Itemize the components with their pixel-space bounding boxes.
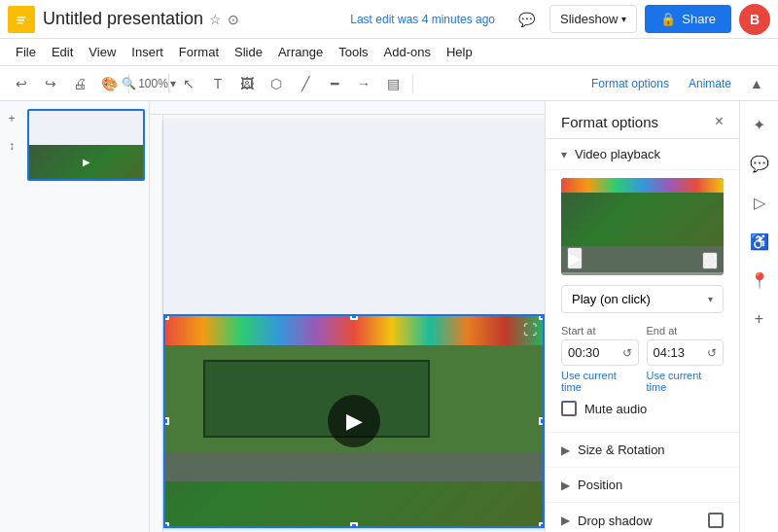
menu-addons[interactable]: Add-ons xyxy=(376,42,439,62)
menu-arrange[interactable]: Arrange xyxy=(270,42,331,62)
image-button[interactable]: 🖼 xyxy=(233,70,261,97)
print-button[interactable]: 🖨 xyxy=(66,70,93,97)
size-rotation-section[interactable]: ▶ Size & Rotation xyxy=(546,432,739,467)
ruler-top xyxy=(150,101,545,115)
left-panel-icon-1[interactable]: + xyxy=(2,109,21,128)
handle-middle-right[interactable] xyxy=(539,417,545,425)
menu-edit[interactable]: Edit xyxy=(44,42,81,62)
handle-top-middle[interactable] xyxy=(350,314,358,320)
drop-shadow-checkbox[interactable] xyxy=(708,513,724,528)
undo-button[interactable]: ↩ xyxy=(8,70,35,97)
menu-insert[interactable]: Insert xyxy=(124,42,171,62)
handle-top-right[interactable] xyxy=(539,314,545,320)
toolbar: ↩ ↪ 🖨 🎨 🔍 100% ▾ ↖ T 🖼 ⬡ ╱ ━ → ▤ Format … xyxy=(0,66,778,101)
slides-panel: ▶ xyxy=(23,101,150,532)
format-panel-title: Format options xyxy=(561,114,658,130)
animate-button[interactable]: Animate xyxy=(681,70,739,97)
preview-bg xyxy=(561,178,724,246)
line-start-button[interactable]: → xyxy=(350,70,377,97)
start-at-input-container: ↺ xyxy=(561,339,639,366)
menu-slide[interactable]: Slide xyxy=(227,42,270,62)
zoom-select[interactable]: 🔍 100% ▾ xyxy=(135,70,162,97)
left-icons-panel: + ↕ xyxy=(0,101,23,532)
zoom-value: 100% xyxy=(138,77,168,90)
toolbar-sep-3 xyxy=(412,74,413,93)
mute-checkbox[interactable] xyxy=(561,401,577,416)
preview-play-button[interactable]: ▶ xyxy=(567,247,583,269)
ruler-left xyxy=(150,115,163,532)
menu-file[interactable]: File xyxy=(8,42,44,62)
menu-format[interactable]: Format xyxy=(171,42,227,62)
line-button[interactable]: ╱ xyxy=(292,70,319,97)
handle-bottom-left[interactable] xyxy=(163,522,169,528)
size-rotation-chevron: ▶ xyxy=(561,443,570,457)
redo-button[interactable]: ↪ xyxy=(37,70,64,97)
assistant-icon-button[interactable]: ✦ xyxy=(744,109,775,140)
position-chevron: ▶ xyxy=(561,479,570,492)
use-current-end[interactable]: Use current time xyxy=(647,370,725,393)
drop-shadow-label: Drop shadow xyxy=(578,514,653,528)
drop-shadow-section[interactable]: ▶ Drop shadow xyxy=(546,502,739,532)
use-current-start[interactable]: Use current time xyxy=(561,370,639,393)
select-button[interactable]: ↖ xyxy=(175,70,202,97)
video-playback-section-header[interactable]: ▾ Video playback xyxy=(546,139,739,170)
menu-tools[interactable]: Tools xyxy=(331,42,375,62)
shapes-button[interactable]: ⬡ xyxy=(263,70,290,97)
format-options-button[interactable]: Format options xyxy=(584,70,677,97)
avatar[interactable]: B xyxy=(739,4,770,35)
svg-rect-1 xyxy=(18,17,26,18)
play-mode-label: Play (on click) xyxy=(572,292,651,306)
line-style-button[interactable]: ━ xyxy=(321,70,348,97)
add-panel-button[interactable]: + xyxy=(744,303,775,335)
video-playback-content: ▶ ⛶ Play (on click) ▾ Start at ↺ xyxy=(546,170,739,432)
star-icon[interactable]: ☆ xyxy=(209,12,222,27)
handle-bottom-middle[interactable] xyxy=(350,522,358,528)
play-mode-dropdown[interactable]: Play (on click) ▾ xyxy=(561,285,724,313)
present-label: Slideshow xyxy=(560,12,618,26)
position-section[interactable]: ▶ Position xyxy=(546,467,739,502)
end-refresh-icon[interactable]: ↺ xyxy=(707,346,717,360)
toolbar-sep-2 xyxy=(168,74,169,93)
share-label: Share xyxy=(682,12,716,26)
left-panel-icon-2[interactable]: ↕ xyxy=(2,136,21,156)
preview-fullscreen-button[interactable]: ⛶ xyxy=(702,252,718,269)
menu-view[interactable]: View xyxy=(81,42,124,62)
thumb-video-area: ▶ xyxy=(29,145,143,179)
comments-button[interactable]: 💬 xyxy=(511,4,542,35)
mute-row: Mute audio xyxy=(561,393,724,424)
end-at-input[interactable] xyxy=(654,345,708,360)
present-mode-button[interactable]: ▷ xyxy=(744,187,775,218)
format-panel-header: Format options × xyxy=(546,101,739,139)
handle-bottom-right[interactable] xyxy=(539,522,545,528)
video-play-button[interactable]: ▶ xyxy=(328,395,380,447)
slide-thumbnail-1[interactable]: ▶ xyxy=(27,109,145,181)
toolbar-collapse-button[interactable]: ▲ xyxy=(743,70,770,97)
handle-top-left[interactable] xyxy=(163,314,169,320)
handle-middle-left[interactable] xyxy=(163,417,169,425)
svg-rect-2 xyxy=(18,19,25,21)
external-link-icon[interactable]: ⛶ xyxy=(523,322,537,337)
map-pin-button[interactable]: 📍 xyxy=(744,265,775,296)
menu-help[interactable]: Help xyxy=(439,42,480,62)
presentation-title[interactable]: Untitled presentation xyxy=(43,9,203,29)
comments-panel-button[interactable]: 💬 xyxy=(744,148,775,179)
format-panel-close[interactable]: × xyxy=(715,113,724,130)
video-overlay: ▶ xyxy=(165,316,543,526)
line-end-button[interactable]: ▤ xyxy=(379,70,407,97)
video-playback-chevron: ▾ xyxy=(561,148,567,161)
accessibility-button[interactable]: ♿ xyxy=(744,226,775,257)
present-button[interactable]: Slideshow ▾ xyxy=(549,5,637,33)
paint-format-button[interactable]: 🎨 xyxy=(95,70,123,97)
share-button[interactable]: 🔒 Share xyxy=(645,5,731,33)
start-at-input[interactable] xyxy=(568,345,622,360)
right-icons-panel: ✦ 💬 ▷ ♿ 📍 + xyxy=(739,101,778,532)
toolbar-right: Format options Animate ▲ xyxy=(584,70,770,97)
cloud-icon[interactable]: ⊙ xyxy=(228,12,239,27)
title-action-icons: ☆ ⊙ xyxy=(209,12,239,27)
start-refresh-icon[interactable]: ↺ xyxy=(622,346,632,360)
slide-canvas[interactable]: ▶ ⛶ xyxy=(163,120,545,528)
textbox-button[interactable]: T xyxy=(204,70,231,97)
end-at-input-container: ↺ xyxy=(647,339,725,366)
slide-video-element[interactable]: ▶ ⛶ xyxy=(163,314,545,528)
slide-thumb-inner: ▶ xyxy=(29,111,143,179)
